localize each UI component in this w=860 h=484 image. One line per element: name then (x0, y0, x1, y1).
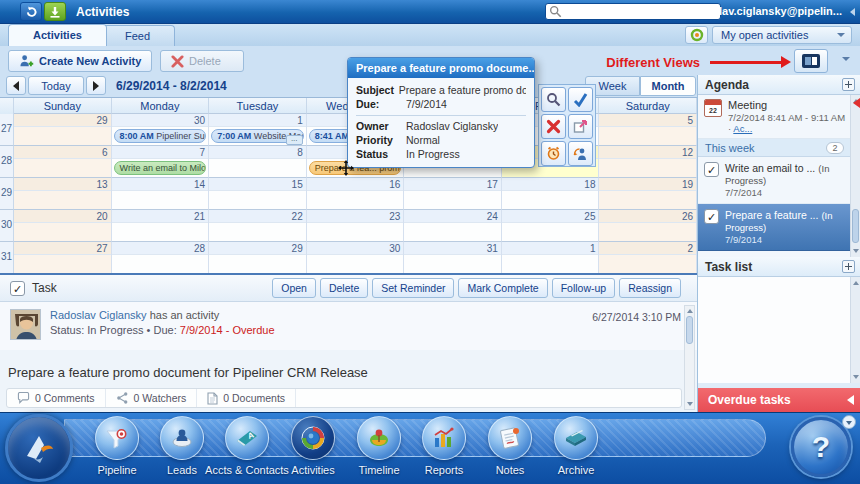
set-reminder-button[interactable]: Set Reminder (372, 278, 454, 298)
calendar-day-cell[interactable]: 5 (599, 114, 697, 146)
meeting-title: Meeting (728, 99, 846, 111)
set-reminder-quick-button[interactable] (541, 141, 566, 166)
reassign-button[interactable]: Reassign (619, 278, 681, 298)
calendar-day-cell[interactable]: 1 (502, 242, 600, 274)
feed-headline: Radoslav Ciglansky has an activity (50, 309, 683, 321)
agenda-meeting-item[interactable]: 22 Meeting 7/2/2014 8:41 AM - 9:11 AM · … (698, 95, 850, 139)
view-activity-button[interactable] (541, 87, 566, 112)
calendar-day-cell[interactable]: 24 (404, 210, 502, 242)
delete-button[interactable]: Delete (160, 50, 244, 72)
calendar-day-cell[interactable]: 7Write an email to Milos (112, 146, 210, 178)
calendar-day-cell[interactable]: 22 (209, 210, 307, 242)
documents-counter[interactable]: 0 Documents (197, 389, 296, 407)
sidebar-edge-arrow[interactable] (853, 98, 860, 108)
scroll-down-icon[interactable] (687, 402, 693, 406)
overdue-tasks-banner[interactable]: Overdue tasks (698, 388, 860, 412)
popup-field-value: In Progress (406, 147, 460, 161)
follow-up-button[interactable]: Follow-up (552, 278, 616, 298)
scrollbar-thumb[interactable] (686, 316, 693, 344)
tab-activities[interactable]: Activities (8, 24, 107, 46)
activity-filter-button[interactable] (685, 26, 708, 44)
mark-complete-quick-button[interactable] (568, 87, 593, 112)
calendar-day-cell[interactable]: 18 (502, 178, 600, 210)
calendar-day-cell[interactable]: 20 (14, 210, 112, 242)
calendar-day-cell[interactable]: 15 (209, 178, 307, 210)
next-period-button[interactable] (86, 76, 106, 95)
refresh-button[interactable] (20, 2, 42, 21)
calendar-event[interactable]: 8:00 AM Pipeliner Suppo... (114, 129, 207, 143)
activity-feed-item: Radoslav Ciglansky has an activity 6/27/… (0, 302, 697, 350)
reassign-quick-button[interactable] (568, 141, 593, 166)
scroll-down-icon[interactable] (853, 375, 859, 379)
day-header-saturday: Saturday (599, 98, 697, 114)
task-list-expand-button[interactable] (842, 260, 855, 273)
today-button[interactable]: Today (28, 76, 84, 95)
more-events-button[interactable]: ... (286, 135, 303, 145)
calendar-day-cell[interactable]: 6 (14, 146, 112, 178)
user-account-menu[interactable]: radoslav.ciglansky@pipelin... (689, 5, 842, 17)
watchers-counter[interactable]: 0 Watchers (106, 389, 198, 407)
help-button[interactable]: ? (791, 417, 851, 477)
task-checkbox-icon[interactable]: ✓ (704, 209, 719, 224)
task-list-scrollbar[interactable] (850, 277, 860, 383)
calendar-day-cell[interactable]: 28 (112, 242, 210, 274)
scroll-up-icon[interactable] (687, 309, 693, 313)
scroll-up-icon[interactable] (853, 281, 859, 285)
mark-complete-button[interactable]: Mark Complete (458, 278, 547, 298)
calendar-day-cell[interactable]: 19 (599, 178, 697, 210)
followup-quick-button[interactable] (568, 114, 593, 139)
calendar-day-cell[interactable]: 26 (599, 210, 697, 242)
delete-task-button[interactable]: Delete (320, 278, 368, 298)
documents-counter-label: 0 Documents (223, 392, 285, 404)
calendar-day-cell[interactable]: 12 (599, 146, 697, 178)
popup-field-value: Normal (406, 133, 440, 147)
calendar-day-cell[interactable]: 13 (14, 178, 112, 210)
views-dropdown-chevron[interactable] (842, 57, 850, 61)
scroll-down-icon[interactable] (853, 249, 859, 253)
calendar-day-cell[interactable]: 17:00 AM Website Meeti...... (209, 114, 307, 146)
views-switcher-button[interactable] (794, 49, 828, 73)
tab-feed[interactable]: Feed (100, 25, 175, 46)
download-button[interactable] (44, 2, 66, 21)
calendar-day-cell[interactable]: 29 (209, 242, 307, 274)
scrollbar-thumb[interactable] (852, 209, 859, 243)
comments-counter[interactable]: 0 Comments (7, 389, 106, 407)
feed-user-link[interactable]: Radoslav Ciglansky (50, 309, 147, 321)
calendar-day-cell[interactable]: 25 (502, 210, 600, 242)
create-new-activity-button[interactable]: Create New Activity (8, 50, 152, 72)
comment-bubble-icon (17, 392, 30, 404)
task-checkbox-icon[interactable]: ✓ (704, 162, 719, 177)
calendar-day-cell[interactable]: 308:00 AM Pipeliner Suppo... (112, 114, 210, 146)
calendar-day-cell[interactable]: 14 (112, 178, 210, 210)
activity-filter-dropdown[interactable]: My open activities (712, 26, 852, 44)
task-panel-scrollbar[interactable] (684, 305, 695, 410)
dock-collapse-chevron[interactable] (842, 415, 856, 429)
agenda-expand-button[interactable] (842, 78, 855, 91)
agenda-task-item-selected[interactable]: ✓ Prepare a feature ... (In Progress) 7/… (698, 204, 850, 251)
calendar-day-cell[interactable]: 2 (599, 242, 697, 274)
previous-period-button[interactable] (6, 76, 26, 95)
calendar-day-cell[interactable]: 8 (209, 146, 307, 178)
task-panel-title: Task (32, 281, 57, 295)
dock-item-archive[interactable]: Archive (516, 416, 636, 476)
month-view-button[interactable]: Month (640, 76, 696, 96)
calendar-day-cell[interactable]: 17 (404, 178, 502, 210)
agenda-task-item[interactable]: ✓ Write an email to ... (In Progress) 7/… (698, 157, 850, 204)
calendar-day-cell[interactable]: 30 (307, 242, 405, 274)
calendar-day-cell[interactable]: 16 (307, 178, 405, 210)
watchers-counter-label: 0 Watchers (134, 392, 187, 404)
pipeliner-crm-window: Activities radoslav.ciglansky@pipelin...… (0, 0, 860, 484)
meeting-account-link[interactable]: Ac... (733, 123, 752, 134)
arrow-left-icon (847, 395, 854, 405)
calendar-day-cell[interactable]: 23 (307, 210, 405, 242)
delete-quick-button[interactable] (541, 114, 566, 139)
agenda-scrollbar[interactable] (850, 95, 860, 257)
calendar-day-cell[interactable]: 27 (14, 242, 112, 274)
collapse-edge-icon[interactable] (850, 8, 855, 16)
calendar-day-cell[interactable]: 29 (14, 114, 112, 146)
calendar-day-cell[interactable]: 21 (112, 210, 210, 242)
filter-selected-value: My open activities (721, 29, 808, 41)
calendar-event[interactable]: Write an email to Milos (114, 161, 207, 175)
open-button[interactable]: Open (272, 278, 316, 298)
calendar-day-cell[interactable]: 31 (404, 242, 502, 274)
